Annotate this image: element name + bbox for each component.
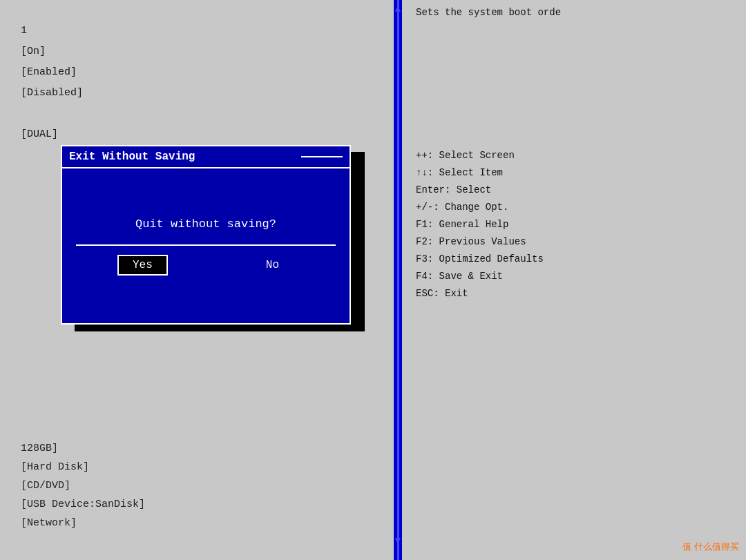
help-f4: F4: Save & Exit xyxy=(416,269,732,284)
menu-item-disabled: [Disabled] xyxy=(21,83,373,104)
menu-item-on: [On] xyxy=(21,41,373,62)
dialog-title-line xyxy=(301,156,343,157)
scroll-down-icon: ▼ xyxy=(395,535,401,546)
dialog-title: Exit Without Saving xyxy=(69,151,195,163)
watermark: 值 什么值得买 xyxy=(682,541,739,553)
menu-items: 1 [On] [Enabled] [Disabled] [DUAL] xyxy=(21,21,373,145)
help-select-item: ↑↓: Select Item xyxy=(416,166,732,180)
boot-item-usb: [USB Device:SanDisk] xyxy=(21,495,145,514)
help-text-block: ++: Select Screen ↑↓: Select Item Enter:… xyxy=(416,148,732,301)
help-enter-select: Enter: Select xyxy=(416,183,732,197)
divider: ▲ ▼ xyxy=(394,0,402,560)
menu-item-dual: [DUAL] xyxy=(21,124,373,145)
bios-screen: 1 [On] [Enabled] [Disabled] [DUAL] 128GB… xyxy=(0,0,746,560)
menu-item-1: 1 xyxy=(21,21,373,41)
help-f3: F3: Optimized Defaults xyxy=(416,252,732,267)
exit-without-saving-dialog: Exit Without Saving Quit without saving?… xyxy=(61,145,351,325)
help-select-screen: ++: Select Screen xyxy=(416,148,732,163)
yes-button[interactable]: Yes xyxy=(119,256,166,274)
menu-item-enabled: [Enabled] xyxy=(21,62,373,83)
help-esc: ESC: Exit xyxy=(416,287,732,301)
scroll-up-icon: ▲ xyxy=(395,3,401,15)
dialog-buttons: Yes No xyxy=(76,256,336,274)
help-change-opt: +/-: Change Opt. xyxy=(416,200,732,215)
dialog-title-bar: Exit Without Saving xyxy=(62,146,350,168)
menu-item-blank xyxy=(21,104,373,124)
dialog-separator xyxy=(76,244,336,246)
dialog-content: Quit without saving? Yes No xyxy=(62,168,350,323)
dialog-message: Quit without saving? xyxy=(135,218,276,231)
boot-item-128gb: 128GB] xyxy=(21,439,145,458)
help-f2: F2: Previous Values xyxy=(416,235,732,249)
boot-item-harddisk: [Hard Disk] xyxy=(21,458,145,476)
divider-line xyxy=(397,0,399,560)
boot-item-network: [Network] xyxy=(21,514,145,532)
right-panel: Sets the system boot orde ++: Select Scr… xyxy=(402,0,746,560)
partial-help-title: Sets the system boot orde xyxy=(402,7,746,18)
help-f1: F1: General Help xyxy=(416,218,732,232)
boot-item-cddvd: [CD/DVD] xyxy=(21,476,145,495)
no-button[interactable]: No xyxy=(252,256,293,274)
bottom-items: 128GB] [Hard Disk] [CD/DVD] [USB Device:… xyxy=(21,439,145,532)
